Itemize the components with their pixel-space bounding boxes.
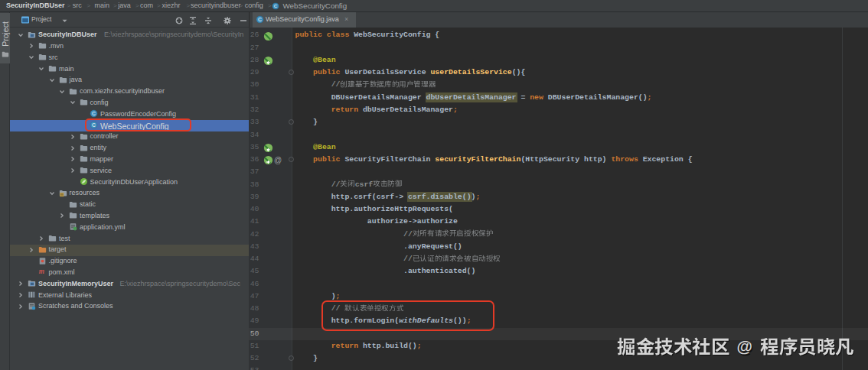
svg-text:C: C bbox=[274, 3, 278, 8]
svg-text:C: C bbox=[92, 111, 96, 116]
svg-text:C: C bbox=[258, 17, 262, 22]
svg-text:m: m bbox=[38, 268, 44, 276]
